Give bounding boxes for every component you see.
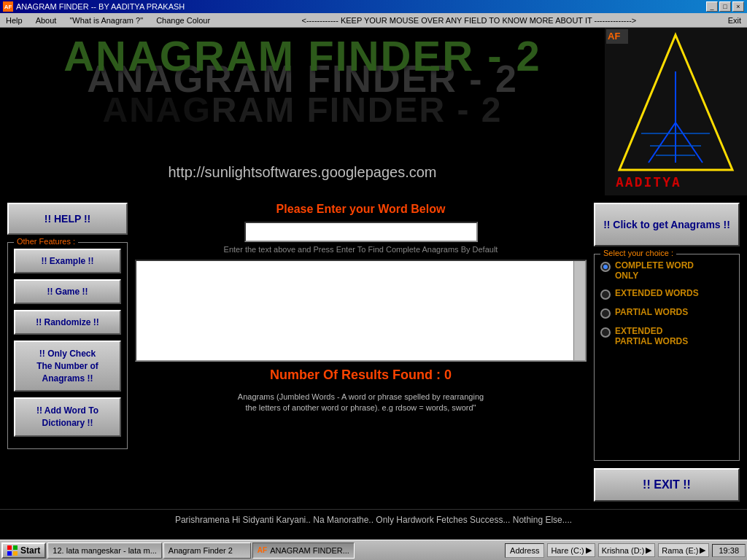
header-url: http://sunlightsoftwares.googlepages.com [169,164,437,181]
radio-extended-partial[interactable]: EXTENDEDPARTIAL WORDS [600,326,733,346]
status-text: Parishramena Hi Sidyanti Karyani.. Na Ma… [175,515,572,525]
svg-rect-14 [13,551,18,556]
results-count: Number Of Results Found : 0 [135,368,587,383]
taskbar-af-icon: AF [258,546,267,554]
status-bar: Parishramena Hi Sidyanti Karyani.. Na Ma… [0,509,747,529]
add-word-button[interactable]: !! Add Word ToDictionary !! [14,397,121,437]
radio-extended-btn[interactable] [600,289,611,300]
svg-rect-13 [7,551,12,556]
randomize-button[interactable]: !! Randomize !! [14,310,121,335]
radio-partial-btn[interactable] [600,308,611,319]
word-input[interactable] [244,222,478,242]
svg-rect-12 [13,545,18,550]
example-button[interactable]: !! Example !! [14,249,121,273]
main-content: !! HELP !! Other Features : !! Example !… [0,195,747,509]
svg-text:AF: AF [608,31,620,42]
input-hint: Enter the text above and Press Enter To … [135,245,587,254]
header-left: ANAGRAM FINDER - 2 ANAGRAM FINDER - 2 AN… [0,28,605,195]
header-logo: AF AADITYA [605,28,747,195]
drive-d-arrow: ▶ [646,545,651,555]
taskbar-time: 19:38 [712,544,746,557]
title-bar: AF ANAGRAM FINDER -- BY AADITYA PRAKASH … [0,0,747,13]
close-button[interactable]: × [732,1,744,12]
taskbar-drive-d[interactable]: Krishna (D:) ▶ [598,543,656,557]
radio-ext-partial-label: EXTENDEDPARTIAL WORDS [615,326,688,346]
windows-logo-icon [7,545,18,556]
other-features-box: Other Features : !! Example !! !! Game !… [7,242,128,449]
radio-partial-words[interactable]: PARTIAL WORDS [600,307,733,319]
taskbar-item-2[interactable]: AF ANAGRAM FINDER... [252,542,355,559]
other-features-label: Other Features : [14,237,78,246]
radio-complete-word[interactable]: COMPLETE WORDONLY [600,260,733,281]
menu-bar: Help About "What is Anagram ?" Change Co… [0,13,747,28]
minimize-button[interactable]: _ [706,1,718,12]
radio-extended-words[interactable]: EXTENDED WORDS [600,288,733,300]
radio-ext-partial-btn[interactable] [600,327,611,338]
taskbar-drive-c[interactable]: Hare (C:) ▶ [547,543,595,557]
app-icon: AF [3,1,13,12]
menu-exit[interactable]: Exit [725,15,744,26]
select-choice-box: Select your choice : COMPLETE WORDONLY E… [594,254,740,461]
taskbar: Start 12. lata mangeskar - lata m... Ana… [0,540,747,560]
svg-rect-11 [7,545,12,550]
menu-help[interactable]: Help [3,15,26,26]
taskbar-item-0[interactable]: 12. lata mangeskar - lata m... [47,542,161,559]
game-button[interactable]: !! Game !! [14,279,121,304]
taskbar-right: Address Hare (C:) ▶ Krishna (D:) ▶ Rama … [505,543,746,558]
menu-colour[interactable]: Change Colour [153,15,213,26]
maximize-button[interactable]: □ [719,1,731,12]
svg-text:AADITYA: AADITYA [616,174,681,190]
logo-svg: AF AADITYA [605,28,747,195]
header-title-main: ANAGRAM FINDER - 2 [63,31,541,80]
left-panel: !! HELP !! Other Features : !! Example !… [7,203,128,502]
menu-tooltip: <------------ KEEP YOUR MOUSE OVER ANY F… [220,16,718,25]
select-choice-label: Select your choice : [600,249,676,257]
drive-c-arrow: ▶ [586,545,592,555]
taskbar-item-1[interactable]: Anagram Finder 2 [163,542,251,559]
radio-extended-label: EXTENDED WORDS [615,288,699,298]
center-panel: Please Enter your Word Below Enter the t… [135,203,587,502]
right-panel: !! Click to get Anagrams !! Select your … [594,203,740,502]
radio-complete-label: COMPLETE WORDONLY [615,260,694,281]
check-number-button[interactable]: !! Only CheckThe Number ofAnagrams !! [14,341,121,392]
drive-e-arrow: ▶ [700,545,705,555]
results-area[interactable] [135,260,587,362]
menu-what-is[interactable]: "What is Anagram ?" [66,15,146,26]
exit-button[interactable]: !! EXIT !! [594,468,740,502]
radio-complete-btn[interactable] [600,262,611,272]
radio-partial-label: PARTIAL WORDS [615,307,688,317]
taskbar-address: Address [505,543,544,558]
enter-word-label: Please Enter your Word Below [135,203,587,216]
help-button[interactable]: !! HELP !! [7,203,128,235]
menu-about[interactable]: About [33,15,60,26]
taskbar-drive-e[interactable]: Rama (E:) ▶ [658,543,709,557]
window-title: ANAGRAM FINDER -- BY AADITYA PRAKASH [16,2,185,11]
start-button[interactable]: Start [1,542,46,559]
header-area: ANAGRAM FINDER - 2 ANAGRAM FINDER - 2 AN… [0,28,747,195]
anagram-definition: Anagrams (Jumbled Words - A word or phra… [135,389,587,417]
click-anagram-button[interactable]: !! Click to get Anagrams !! [594,203,740,246]
